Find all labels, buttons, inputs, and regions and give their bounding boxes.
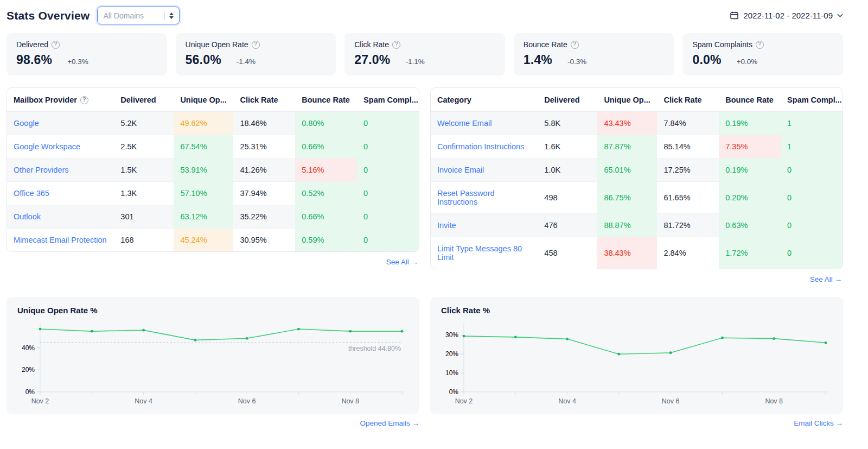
value-cell: 0 bbox=[781, 182, 843, 214]
column-header: Spam Compl... bbox=[357, 88, 419, 112]
table-row: Confirmation Instructions1.6K87.87%85.14… bbox=[431, 135, 843, 159]
column-header: Delivered bbox=[114, 88, 174, 112]
category-link[interactable]: Limit Type Messages 80 Limit bbox=[437, 244, 522, 262]
kpi-label: Click Rate bbox=[354, 40, 389, 49]
category-link[interactable]: Invite bbox=[437, 221, 456, 230]
category-link[interactable]: Reset Password Instructions bbox=[437, 189, 495, 206]
unique-open-rate-chart-card: Unique Open Rate % 0%20%40%Nov 2Nov 4Nov… bbox=[7, 297, 419, 414]
category-link[interactable]: Invoice Email bbox=[437, 166, 484, 174]
name-cell: Invite bbox=[431, 214, 538, 237]
chevron-down-icon bbox=[837, 14, 843, 17]
svg-text:0%: 0% bbox=[25, 388, 35, 396]
svg-text:Nov 2: Nov 2 bbox=[455, 397, 473, 405]
kpi-delta: +0.0% bbox=[737, 58, 758, 66]
value-cell: 5.8K bbox=[538, 112, 597, 135]
value-cell: 61.65% bbox=[657, 182, 719, 214]
kpi-delta: -1.1% bbox=[405, 58, 424, 66]
column-header: Delivered bbox=[538, 88, 597, 112]
value-cell: 37.94% bbox=[233, 182, 295, 205]
mailbox-provider-section: Mailbox Provider? Delivered Unique Op...… bbox=[7, 87, 419, 295]
name-cell: Google bbox=[7, 112, 114, 135]
value-cell: 86.75% bbox=[597, 182, 657, 214]
provider-link[interactable]: Google bbox=[14, 119, 39, 128]
value-cell: 30.95% bbox=[233, 229, 295, 252]
value-cell: 0 bbox=[357, 159, 419, 182]
email-clicks-link[interactable]: Email Clicks → bbox=[794, 419, 843, 427]
opened-emails-link[interactable]: Opened Emails → bbox=[360, 419, 419, 427]
click-rate-chart: 0%10%20%30%Nov 2Nov 4Nov 6Nov 8 bbox=[440, 316, 833, 409]
help-icon[interactable]: ? bbox=[80, 96, 88, 104]
click-rate-chart-card: Click Rate % 0%10%20%30%Nov 2Nov 4Nov 6N… bbox=[430, 297, 843, 414]
kpi-delta: -1.4% bbox=[237, 58, 256, 66]
table-row: Outlook30163.12%35.22%0.66%0 bbox=[7, 205, 419, 229]
name-cell: Welcome Email bbox=[431, 112, 538, 135]
value-cell: 17.25% bbox=[657, 159, 719, 182]
click-rate-chart-section: Click Rate % 0%10%20%30%Nov 2Nov 4Nov 6N… bbox=[430, 297, 843, 428]
table-row: Other Providers1.5K53.91%41.26%5.16%0 bbox=[7, 159, 419, 182]
name-cell: Office 365 bbox=[7, 182, 114, 205]
category-link[interactable]: Confirmation Instructions bbox=[437, 142, 524, 151]
value-cell: 41.26% bbox=[233, 159, 295, 182]
svg-text:threshold 44.80%: threshold 44.80% bbox=[348, 345, 401, 352]
value-cell: 0 bbox=[781, 159, 843, 182]
unique-open-rate-chart-section: Unique Open Rate % 0%20%40%Nov 2Nov 4Nov… bbox=[7, 297, 419, 428]
value-cell: 2.84% bbox=[657, 237, 719, 269]
provider-link[interactable]: Mimecast Email Protection bbox=[14, 236, 107, 244]
value-cell: 87.87% bbox=[597, 135, 657, 159]
provider-link[interactable]: Outlook bbox=[14, 212, 41, 221]
see-all-link[interactable]: See All → bbox=[386, 258, 418, 266]
kpi-label: Bounce Rate bbox=[524, 40, 567, 49]
provider-link[interactable]: Google Workspace bbox=[14, 142, 80, 151]
value-cell: 0 bbox=[357, 229, 419, 252]
value-cell: 0.20% bbox=[719, 182, 781, 214]
chart-title: Unique Open Rate % bbox=[17, 306, 410, 315]
value-cell: 63.12% bbox=[174, 205, 233, 229]
value-cell: 0 bbox=[357, 182, 419, 205]
table-row: Google5.2K49.62%18.46%0.80%0 bbox=[7, 112, 419, 135]
value-cell: 49.62% bbox=[174, 112, 233, 135]
category-link[interactable]: Welcome Email bbox=[437, 119, 492, 128]
value-cell: 25.31% bbox=[233, 135, 295, 159]
value-cell: 0 bbox=[781, 214, 843, 237]
help-icon[interactable]: ? bbox=[756, 41, 764, 49]
table-row: Office 3651.3K57.10%37.94%0.52%0 bbox=[7, 182, 419, 205]
help-icon[interactable]: ? bbox=[571, 41, 579, 49]
kpi-row: Delivered? 98.6%+0.3% Unique Open Rate? … bbox=[7, 33, 843, 75]
value-cell: 1.3K bbox=[114, 182, 174, 205]
svg-text:30%: 30% bbox=[445, 331, 458, 339]
see-all-link[interactable]: See All → bbox=[810, 275, 842, 283]
help-icon[interactable]: ? bbox=[52, 41, 60, 49]
value-cell: 1 bbox=[781, 135, 843, 159]
date-range-picker[interactable]: 2022-11-02 - 2022-11-09 bbox=[730, 11, 843, 20]
help-icon[interactable]: ? bbox=[392, 41, 400, 49]
provider-link[interactable]: Other Providers bbox=[14, 166, 69, 174]
kpi-value: 1.4% bbox=[524, 53, 552, 67]
kpi-card-click-rate: Click Rate? 27.0%-1.1% bbox=[344, 33, 505, 75]
svg-text:40%: 40% bbox=[22, 344, 35, 352]
value-cell: 0.80% bbox=[295, 112, 357, 135]
column-header: Unique Op... bbox=[174, 88, 233, 112]
value-cell: 476 bbox=[538, 214, 597, 237]
column-header: Bounce Rate bbox=[719, 88, 781, 112]
domain-select[interactable]: All Domains bbox=[97, 7, 180, 24]
provider-link[interactable]: Office 365 bbox=[14, 189, 49, 198]
column-header: Click Rate bbox=[657, 88, 719, 112]
kpi-value: 0.0% bbox=[692, 53, 721, 67]
value-cell: 38.43% bbox=[597, 237, 657, 269]
value-cell: 168 bbox=[114, 229, 174, 252]
kpi-delta: -0.3% bbox=[567, 58, 586, 66]
table-row: Mimecast Email Protection16845.24%30.95%… bbox=[7, 229, 419, 252]
kpi-label: Delivered bbox=[16, 40, 48, 49]
value-cell: 5.2K bbox=[114, 112, 174, 135]
value-cell: 301 bbox=[114, 205, 174, 229]
name-cell: Other Providers bbox=[7, 159, 114, 182]
value-cell: 81.72% bbox=[657, 214, 719, 237]
mailbox-provider-table-card: Mailbox Provider? Delivered Unique Op...… bbox=[7, 87, 419, 252]
help-icon[interactable]: ? bbox=[252, 41, 260, 49]
table-row: Invite47688.87%81.72%0.63%0 bbox=[431, 214, 843, 237]
unique-open-rate-chart: 0%20%40%Nov 2Nov 4Nov 6Nov 8threshold 44… bbox=[16, 316, 410, 409]
svg-text:Nov 4: Nov 4 bbox=[558, 397, 576, 405]
table-row: Google Workspace2.5K67.54%25.31%0.66%0 bbox=[7, 135, 419, 159]
value-cell: 85.14% bbox=[657, 135, 719, 159]
stats-overview-page: Stats Overview All Domains 2022-11-02 - … bbox=[0, 0, 868, 432]
